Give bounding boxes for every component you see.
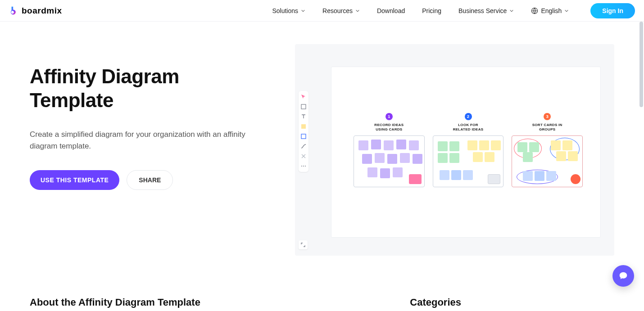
scrollbar-thumb[interactable]	[639, 22, 643, 107]
vertical-scrollbar[interactable]	[639, 0, 643, 311]
step-badge: 3	[544, 113, 551, 120]
svg-point-4	[301, 166, 302, 167]
step-label-line2: RELATED IDEAS	[433, 127, 504, 132]
page-subtitle: Create a simplified diagram for your org…	[30, 129, 246, 153]
nav-solutions-label: Solutions	[272, 7, 298, 14]
laptop-icon	[488, 174, 500, 184]
fullscreen-button[interactable]	[299, 240, 308, 249]
step-label-line2: GROUPS	[512, 127, 583, 132]
sticky-note-icon[interactable]	[300, 123, 307, 130]
chevron-down-icon	[301, 9, 305, 13]
frame-icon[interactable]	[300, 104, 307, 110]
step-board	[354, 135, 425, 187]
connector-icon[interactable]	[300, 143, 307, 149]
character-icon	[571, 174, 581, 184]
nav-resources-label: Resources	[322, 7, 353, 14]
lower-sections: About the Affinity Diagram Template Cate…	[30, 297, 614, 308]
scissors-icon[interactable]	[300, 153, 307, 159]
categories-heading: Categories	[410, 297, 461, 308]
nav-pricing[interactable]: Pricing	[422, 7, 441, 14]
site-logo[interactable]: boardmix	[9, 6, 62, 16]
chat-icon	[618, 271, 628, 281]
chat-fab[interactable]	[612, 265, 634, 287]
template-preview-panel: 1 RECORD IDEAS USING CARDS	[295, 44, 614, 256]
step-board	[512, 135, 583, 187]
language-label: English	[541, 7, 562, 14]
signin-button[interactable]: Sign In	[590, 3, 635, 18]
nav-download-label: Download	[377, 7, 405, 14]
nav-pricing-label: Pricing	[422, 7, 441, 14]
step-label-line1: LOOK FOR	[433, 123, 504, 127]
step-label-line1: RECORD IDEAS	[354, 123, 425, 127]
use-template-button[interactable]: USE THIS TEMPLATE	[30, 170, 119, 190]
canvas[interactable]: 1 RECORD IDEAS USING CARDS	[331, 67, 601, 238]
step-badge: 1	[385, 113, 393, 120]
step-label-line1: SORT CARDS IN	[512, 123, 583, 127]
svg-point-5	[303, 166, 304, 167]
share-button[interactable]: SHARE	[127, 170, 173, 190]
chevron-down-icon	[564, 9, 569, 13]
step-3: 3 SORT CARDS IN GROUPS	[512, 112, 583, 187]
language-switcher[interactable]: English	[531, 7, 569, 14]
chevron-down-icon	[355, 9, 360, 13]
more-icon[interactable]	[300, 163, 307, 169]
nav-business-service-label: Business Service	[458, 7, 507, 14]
hero-text: Affinity Diagram Template Create a simpl…	[0, 49, 295, 256]
nav-download[interactable]: Download	[377, 7, 405, 14]
step-badge: 2	[465, 113, 472, 120]
cursor-icon[interactable]	[300, 94, 307, 100]
globe-icon	[531, 7, 538, 14]
radio-icon	[409, 174, 422, 184]
nav-business-service[interactable]: Business Service	[458, 7, 514, 14]
chevron-down-icon	[509, 9, 514, 13]
step-1: 1 RECORD IDEAS USING CARDS	[354, 112, 425, 187]
page-title: Affinity Diagram Template	[30, 65, 246, 113]
nav-solutions[interactable]: Solutions	[272, 7, 305, 14]
logo-text: boardmix	[22, 6, 62, 16]
canvas-toolstrip	[299, 91, 308, 172]
svg-point-6	[305, 166, 306, 167]
svg-rect-1	[301, 104, 306, 109]
site-header: boardmix Solutions Resources Download Pr…	[0, 0, 644, 22]
steps-row: 1 RECORD IDEAS USING CARDS	[354, 112, 583, 187]
about-heading: About the Affinity Diagram Template	[30, 297, 200, 308]
nav-resources[interactable]: Resources	[322, 7, 360, 14]
logo-icon	[9, 6, 19, 16]
step-board	[433, 135, 504, 187]
step-2: 2 LOOK FOR RELATED IDEAS	[433, 112, 504, 187]
svg-rect-2	[301, 124, 306, 129]
text-icon[interactable]	[300, 113, 307, 120]
shape-icon[interactable]	[300, 133, 307, 140]
hero-section: Affinity Diagram Template Create a simpl…	[0, 22, 644, 256]
svg-rect-3	[301, 134, 306, 139]
cta-row: USE THIS TEMPLATE SHARE	[30, 170, 295, 190]
main-nav: Solutions Resources Download Pricing Bus…	[272, 3, 635, 18]
step-label-line2: USING CARDS	[354, 127, 425, 132]
